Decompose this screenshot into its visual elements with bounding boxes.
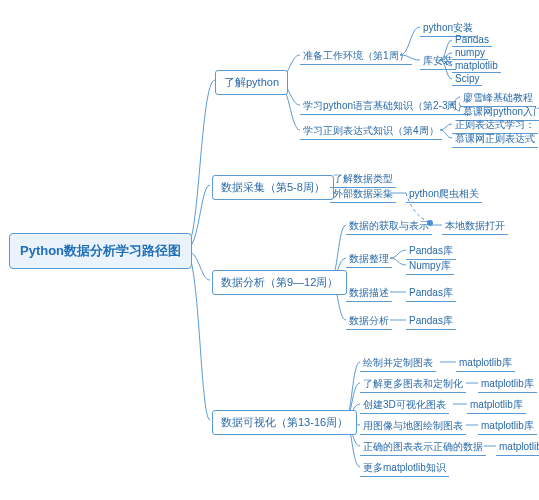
node-prep-env[interactable]: 准备工作环境（第1周） xyxy=(300,48,412,65)
leaf-pandas3[interactable]: Pandas库 xyxy=(406,285,456,302)
branch-analyze[interactable]: 数据分析（第9—12周） xyxy=(212,270,347,295)
leaf-draw-custom[interactable]: 绘制并定制图表 xyxy=(360,355,436,372)
leaf-analyze[interactable]: 数据分析 xyxy=(346,313,392,330)
leaf-local-open[interactable]: 本地数据打开 xyxy=(442,218,508,235)
node-learn-basics[interactable]: 学习python语言基础知识（第2-3周） xyxy=(300,98,470,115)
leaf-mpl-3[interactable]: matplotlib库 xyxy=(467,397,526,414)
leaf-pandas[interactable]: Pandas xyxy=(452,33,492,47)
branch-learn-python[interactable]: 了解python xyxy=(215,70,288,95)
leaf-mpl-4[interactable]: matplotlib库 xyxy=(478,418,537,435)
leaf-correct-chart[interactable]: 正确的图表表示正确的数据 xyxy=(360,439,486,456)
leaf-lib-install[interactable]: 库安装 xyxy=(420,53,456,70)
leaf-3d[interactable]: 创建3D可视化图表 xyxy=(360,397,449,414)
leaf-mpl-2[interactable]: matplotlib库 xyxy=(478,376,537,393)
leaf-numpy[interactable]: numpy xyxy=(452,46,488,60)
root-node[interactable]: Python数据分析学习路径图 xyxy=(9,233,192,269)
leaf-numpy2[interactable]: Numpy库 xyxy=(406,258,454,275)
leaf-mooc-regex[interactable]: 慕课网正则表达式 xyxy=(452,131,538,148)
branch-collect[interactable]: 数据采集（第5-8周） xyxy=(212,175,334,200)
leaf-matplotlib[interactable]: matplotlib xyxy=(452,59,501,73)
node-learn-regex[interactable]: 学习正则表达式知识（第4周） xyxy=(300,123,442,140)
leaf-scipy[interactable]: Scipy xyxy=(452,72,482,86)
leaf-external-collect[interactable]: 外部数据采集 xyxy=(330,186,396,203)
leaf-more-charts[interactable]: 了解更多图表和定制化 xyxy=(360,376,466,393)
leaf-mpl-5[interactable]: matplotlib库 xyxy=(496,439,539,456)
leaf-describe[interactable]: 数据描述 xyxy=(346,285,392,302)
leaf-get-show[interactable]: 数据的获取与表示 xyxy=(346,218,432,235)
leaf-mpl-1[interactable]: matplotlib库 xyxy=(456,355,515,372)
leaf-pandas4[interactable]: Pandas库 xyxy=(406,313,456,330)
leaf-clean[interactable]: 数据整理 xyxy=(346,251,392,268)
leaf-more-mpl[interactable]: 更多matplotlib知识 xyxy=(360,460,449,477)
branch-viz[interactable]: 数据可视化（第13-16周） xyxy=(212,410,357,435)
leaf-crawler[interactable]: python爬虫相关 xyxy=(406,186,482,203)
leaf-image-map[interactable]: 用图像与地图绘制图表 xyxy=(360,418,466,435)
